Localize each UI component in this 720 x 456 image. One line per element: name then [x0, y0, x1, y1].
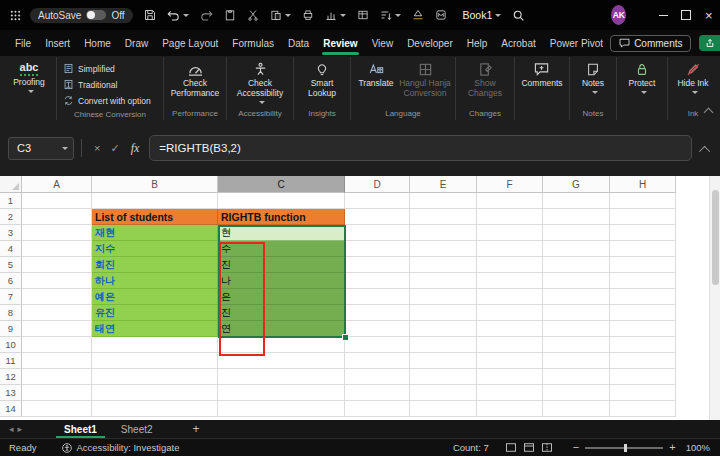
column-header-G[interactable]: G: [543, 176, 610, 193]
cell-B3[interactable]: 재현: [92, 225, 218, 241]
cell-B7[interactable]: 예은: [92, 289, 218, 305]
cell[interactable]: [477, 289, 543, 305]
cell[interactable]: [410, 369, 477, 385]
ribbon-tab-developer[interactable]: Developer: [400, 30, 460, 56]
clipboard-icon[interactable]: [224, 9, 236, 21]
cell[interactable]: [22, 401, 92, 417]
row-header-12[interactable]: 12: [0, 369, 22, 385]
column-header-F[interactable]: F: [477, 176, 543, 193]
cell[interactable]: [345, 257, 410, 273]
cell[interactable]: [92, 385, 218, 401]
cell[interactable]: [92, 369, 218, 385]
paste-dropdown-icon[interactable]: [285, 14, 291, 17]
check-accessibility-button[interactable]: Check Accessibility: [230, 58, 290, 104]
normal-view-icon[interactable]: [505, 442, 517, 453]
row-header-11[interactable]: 11: [0, 353, 22, 369]
cell-C8[interactable]: 진: [218, 305, 345, 321]
macro-icon[interactable]: [435, 9, 447, 21]
cell[interactable]: [345, 385, 410, 401]
ribbon-tab-data[interactable]: Data: [281, 30, 316, 56]
cell-B6[interactable]: 하나: [92, 273, 218, 289]
row-header-4[interactable]: 4: [0, 241, 22, 257]
cell[interactable]: [345, 289, 410, 305]
row-header-14[interactable]: 14: [0, 401, 22, 417]
cell-B8[interactable]: 유진: [92, 305, 218, 321]
zoom-in-button[interactable]: +: [669, 442, 675, 453]
cell[interactable]: [22, 353, 92, 369]
ribbon-tab-formulas[interactable]: Formulas: [225, 30, 281, 56]
cell[interactable]: [543, 289, 610, 305]
ribbon-tab-power-pivot[interactable]: Power Pivot: [543, 30, 610, 56]
name-box-dropdown-icon[interactable]: [62, 147, 68, 150]
comments-ribbon-button[interactable]: Comments: [518, 58, 566, 89]
cell[interactable]: [22, 321, 92, 337]
cell[interactable]: [22, 337, 92, 353]
cell[interactable]: [543, 337, 610, 353]
search-icon[interactable]: [512, 9, 525, 22]
close-button[interactable]: ×: [697, 0, 720, 30]
cell[interactable]: [22, 305, 92, 321]
cell-C4[interactable]: 수: [218, 241, 345, 257]
sort-dropdown-icon[interactable]: [395, 14, 401, 17]
cell[interactable]: [610, 369, 676, 385]
cell[interactable]: [543, 401, 610, 417]
column-header-D[interactable]: D: [345, 176, 410, 193]
column-header-B[interactable]: B: [92, 176, 218, 193]
cell[interactable]: [477, 225, 543, 241]
cell[interactable]: [610, 225, 676, 241]
cell[interactable]: [610, 401, 676, 417]
chart-dropdown-icon[interactable]: [340, 14, 346, 17]
cell[interactable]: [610, 209, 676, 225]
row-header-8[interactable]: 8: [0, 305, 22, 321]
cell[interactable]: [477, 369, 543, 385]
cell[interactable]: [477, 401, 543, 417]
cell[interactable]: [610, 385, 676, 401]
cell[interactable]: [22, 273, 92, 289]
ribbon-tab-home[interactable]: Home: [77, 30, 118, 56]
workbook-title[interactable]: Book1: [463, 9, 502, 21]
row-header-10[interactable]: 10: [0, 337, 22, 353]
cell[interactable]: [477, 257, 543, 273]
cell[interactable]: [410, 209, 477, 225]
chart-icon[interactable]: [325, 9, 346, 21]
cell[interactable]: [345, 225, 410, 241]
column-header-C[interactable]: C: [218, 176, 345, 193]
cell[interactable]: [218, 401, 345, 417]
notes-button[interactable]: Notes: [573, 58, 613, 94]
cell-C9[interactable]: 연: [218, 321, 345, 337]
cell[interactable]: [22, 193, 92, 209]
comments-button[interactable]: Comments: [610, 35, 691, 52]
cell[interactable]: [345, 193, 410, 209]
cell[interactable]: [218, 337, 345, 353]
column-header-H[interactable]: H: [610, 176, 676, 193]
cell[interactable]: [345, 401, 410, 417]
cell[interactable]: [477, 321, 543, 337]
ribbon-tab-acrobat[interactable]: Acrobat: [494, 30, 542, 56]
translate-button[interactable]: Translate: [354, 58, 398, 89]
cell[interactable]: [543, 257, 610, 273]
cell[interactable]: [345, 353, 410, 369]
hide-ink-button[interactable]: Hide Ink: [671, 58, 715, 94]
zoom-level[interactable]: 100%: [686, 442, 710, 453]
avatar[interactable]: AK: [611, 5, 626, 25]
cell-C6[interactable]: 나: [218, 273, 345, 289]
page-break-view-icon[interactable]: [541, 442, 553, 453]
enter-icon[interactable]: ✓: [110, 142, 119, 155]
vertical-scrollbar[interactable]: [709, 176, 720, 420]
row-header-1[interactable]: 1: [0, 193, 22, 209]
sheet-tab-sheet1[interactable]: Sheet1: [52, 420, 109, 438]
accessibility-status[interactable]: Accessibility: Investigate: [62, 442, 179, 453]
cell[interactable]: [345, 241, 410, 257]
column-header-E[interactable]: E: [410, 176, 477, 193]
paste-icon[interactable]: [270, 9, 291, 21]
cell[interactable]: [92, 353, 218, 369]
smart-lookup-button[interactable]: Smart Lookup: [297, 58, 347, 99]
cell[interactable]: [410, 273, 477, 289]
cell[interactable]: [610, 289, 676, 305]
row-header-2[interactable]: 2: [0, 209, 22, 225]
cell[interactable]: [22, 241, 92, 257]
cell[interactable]: [410, 193, 477, 209]
count-indicator[interactable]: Count: 7: [453, 442, 489, 453]
check-performance-button[interactable]: Check Performance: [167, 58, 223, 99]
app-launcher-icon[interactable]: [10, 10, 21, 21]
